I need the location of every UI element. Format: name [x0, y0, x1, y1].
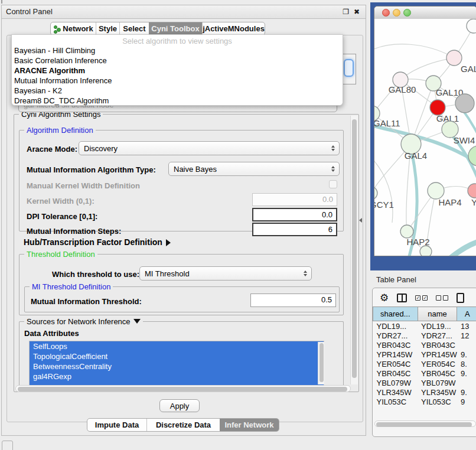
- table-cell[interactable]: 12: [457, 331, 476, 340]
- kernel-width-input[interactable]: 0.0: [252, 193, 337, 206]
- close-window-icon[interactable]: ✖: [354, 8, 360, 16]
- deselect-all-columns-icon[interactable]: [436, 295, 448, 301]
- tab-jactivemnodules[interactable]: jActiveMNodules: [202, 22, 265, 35]
- which-threshold-combobox[interactable]: MI Threshold: [139, 266, 312, 281]
- sources-title[interactable]: Sources for Network Inference: [24, 317, 143, 326]
- column-header-name[interactable]: name: [418, 307, 457, 321]
- tab-network[interactable]: Network: [51, 22, 96, 35]
- table-cell[interactable]: 9.: [457, 369, 476, 378]
- aracne-mode-combobox[interactable]: Discovery: [79, 141, 340, 155]
- data-attributes-list[interactable]: SelfLoopsTopologicalCoefficientBetweenne…: [29, 341, 324, 386]
- table-cell[interactable]: 13: [457, 321, 476, 331]
- tab-discretize-data[interactable]: Discretize Data: [146, 419, 220, 431]
- table-cell[interactable]: YDL19...: [373, 321, 418, 331]
- table-cell[interactable]: YIL053C: [373, 397, 418, 406]
- splitter-collapse-icon[interactable]: [359, 218, 362, 223]
- select-all-columns-icon[interactable]: ✓✓: [415, 295, 428, 301]
- algorithm-option[interactable]: ARACNE Algorithm: [12, 66, 343, 76]
- table-cell[interactable]: YLR345W: [418, 387, 457, 397]
- manual-kernel-checkbox[interactable]: [329, 180, 337, 188]
- table-cell[interactable]: YIL053C: [418, 397, 457, 406]
- table-cell[interactable]: YBL079W: [373, 378, 418, 387]
- network-node-hap2[interactable]: [400, 225, 413, 238]
- table-cell[interactable]: 9: [457, 397, 476, 406]
- table-cell[interactable]: YDR27...: [373, 331, 418, 340]
- table-row[interactable]: YER054CYER054C8.: [373, 359, 476, 369]
- algorithm-option[interactable]: Dream8 DC_TDC Algorithm: [12, 96, 343, 106]
- new-table-icon[interactable]: [457, 293, 464, 303]
- tab-style[interactable]: Style: [96, 22, 119, 35]
- table-row[interactable]: YBR045CYBR045C9.: [373, 369, 476, 378]
- network-node-gcy1[interactable]: [374, 187, 377, 200]
- table-row[interactable]: YBL079WYBL079W: [373, 378, 476, 387]
- algorithm-option[interactable]: Bayesian - Hill Climbing: [12, 45, 343, 56]
- table-row[interactable]: YLR345WYLR345W9.: [373, 387, 476, 397]
- attribute-list-item[interactable]: TopologicalCoefficient: [30, 351, 324, 361]
- network-edge[interactable]: [374, 155, 393, 223]
- combobox-stepper-focus[interactable]: [344, 59, 354, 77]
- attribute-list-item[interactable]: BetweennessCentrality: [30, 361, 324, 371]
- close-traffic-light-icon[interactable]: [382, 9, 390, 17]
- column-header-shared[interactable]: shared...: [373, 307, 418, 321]
- table-cell[interactable]: YDR27...: [418, 331, 457, 340]
- table-cell[interactable]: YLR345W: [373, 387, 418, 397]
- algorithm-option[interactable]: Basic Correlation Inference: [12, 56, 343, 66]
- settings-vertical-scrollbar[interactable]: [350, 116, 358, 384]
- dpi-tolerance-input[interactable]: 0.0: [252, 208, 337, 221]
- algorithm-combobox-fragment[interactable]: [342, 54, 356, 84]
- network-node-hap4[interactable]: [428, 182, 444, 199]
- hub-definition-expander[interactable]: Hub/Transcription Factor Definition: [24, 237, 171, 247]
- float-window-icon[interactable]: ❐: [343, 8, 349, 16]
- gear-icon[interactable]: ⚙: [380, 293, 389, 303]
- table-cell[interactable]: YBR045C: [373, 369, 418, 378]
- network-node[interactable]: [420, 246, 432, 256]
- table-cell[interactable]: YER054C: [373, 359, 418, 369]
- attributes-vertical-scrollbar-thumb[interactable]: [319, 343, 324, 382]
- table-cell[interactable]: YBR045C: [418, 369, 457, 378]
- table-cell[interactable]: YBR043C: [373, 340, 418, 350]
- network-edge[interactable]: [400, 58, 454, 80]
- network-edge[interactable]: [439, 239, 476, 256]
- network-node[interactable]: [455, 94, 474, 113]
- settings-horizontal-scrollbar-thumb[interactable]: [18, 387, 347, 392]
- attribute-list-item[interactable]: SelfLoops: [30, 341, 324, 351]
- column-header-a[interactable]: A: [457, 307, 476, 321]
- mi-steps-input[interactable]: 6: [252, 223, 337, 236]
- network-canvas[interactable]: GALGAL80GAL10GAL1GAL11SWI4GAL4GCY1HAP4YH…: [374, 19, 476, 256]
- panel-grip[interactable]: [2, 441, 13, 450]
- attributes-vertical-scrollbar[interactable]: [318, 342, 324, 384]
- table-row[interactable]: YBR043CYBR043C: [373, 340, 476, 350]
- split-columns-icon[interactable]: [397, 294, 407, 302]
- network-node-y[interactable]: [468, 184, 476, 198]
- table-horizontal-scrollbar[interactable]: [374, 420, 476, 427]
- table-cell[interactable]: 8.: [457, 359, 476, 369]
- table-cell[interactable]: 9.: [457, 350, 476, 359]
- zoom-traffic-light-icon[interactable]: [403, 9, 411, 17]
- settings-horizontal-scrollbar[interactable]: [15, 385, 351, 392]
- apply-button[interactable]: Apply: [159, 399, 200, 412]
- table-cell[interactable]: YDL19...: [418, 321, 457, 331]
- tab-impute-data[interactable]: Impute Data: [87, 419, 146, 431]
- table-cell[interactable]: YER054C: [418, 359, 457, 369]
- table-horizontal-scrollbar-thumb[interactable]: [376, 422, 472, 427]
- table-row[interactable]: YIL053CYIL053C9: [373, 397, 476, 406]
- mi-type-combobox[interactable]: Naive Bayes: [168, 162, 340, 176]
- network-graph[interactable]: GALGAL80GAL10GAL1GAL11SWI4GAL4GCY1HAP4YH…: [374, 19, 476, 256]
- table-cell[interactable]: YBL079W: [418, 378, 457, 387]
- table-cell[interactable]: [457, 378, 476, 387]
- table-row[interactable]: YPR145WYPR145W9.: [373, 350, 476, 359]
- table-cell[interactable]: 9.: [457, 387, 476, 397]
- attribute-list-item[interactable]: gal4RGexp: [30, 371, 324, 381]
- tab-infer-network[interactable]: Infer Network: [220, 419, 279, 431]
- table-cell[interactable]: YPR145W: [418, 350, 457, 359]
- table-cell[interactable]: YBR043C: [418, 340, 457, 350]
- mi-threshold-input[interactable]: 0.5: [250, 294, 336, 307]
- tab-cyni-toolbox[interactable]: Cyni Toolbox: [149, 22, 202, 35]
- table-row[interactable]: YDR27...YDR27...12: [373, 331, 476, 340]
- network-window-titlebar[interactable]: [374, 6, 476, 19]
- minimize-traffic-light-icon[interactable]: [393, 9, 400, 17]
- network-node[interactable]: [467, 19, 476, 33]
- algorithm-option[interactable]: Bayesian - K2: [12, 86, 343, 96]
- settings-vertical-scrollbar-thumb[interactable]: [352, 119, 357, 378]
- network-edge[interactable]: [374, 44, 454, 58]
